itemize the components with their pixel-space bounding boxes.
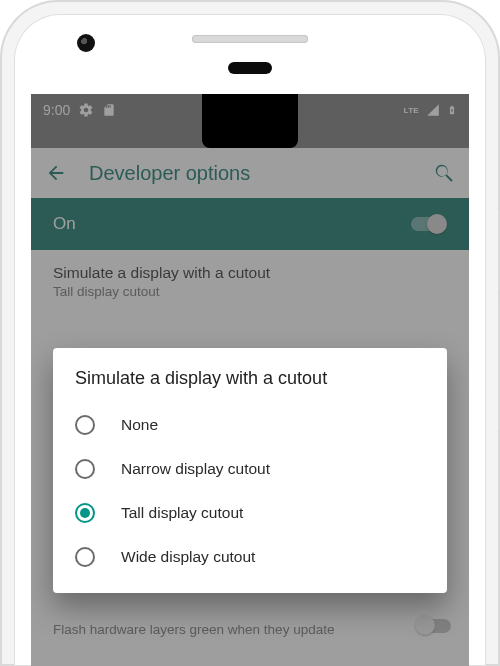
option-tall[interactable]: Tall display cutout [75, 491, 425, 535]
option-none[interactable]: None [75, 403, 425, 447]
option-label: Narrow display cutout [121, 460, 270, 478]
radio-icon [75, 415, 95, 435]
option-label: Tall display cutout [121, 504, 243, 522]
option-label: None [121, 416, 158, 434]
proximity-sensor [228, 62, 272, 74]
phone-screen: 9:00 LTE [31, 94, 469, 666]
simulated-tall-notch [202, 94, 298, 148]
radio-icon-selected [75, 503, 95, 523]
radio-icon [75, 459, 95, 479]
option-label: Wide display cutout [121, 548, 255, 566]
dialog-title: Simulate a display with a cutout [75, 368, 425, 389]
front-camera [77, 34, 95, 52]
cutout-dialog: Simulate a display with a cutout None Na… [53, 348, 447, 593]
option-narrow[interactable]: Narrow display cutout [75, 447, 425, 491]
earpiece-speaker [192, 35, 308, 43]
radio-icon [75, 547, 95, 567]
device-frame: 9:00 LTE [0, 0, 500, 666]
option-wide[interactable]: Wide display cutout [75, 535, 425, 579]
